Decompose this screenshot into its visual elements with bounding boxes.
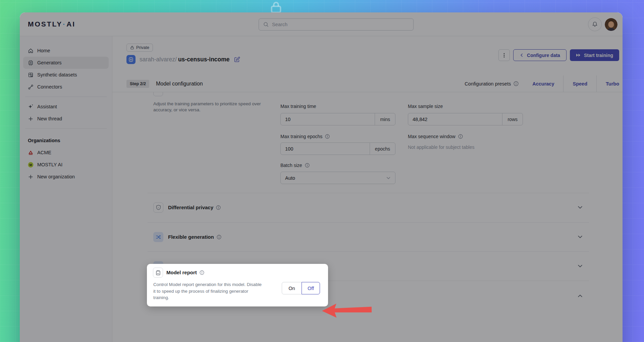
- wallpaper-lock-watermark: [268, 1, 284, 14]
- model-report-description: Control Model report generation for this…: [153, 281, 264, 301]
- model-report-clipboard-icon: [153, 268, 163, 278]
- model-report-card: Model report Control Model report genera…: [147, 264, 328, 306]
- app-window: MOSTLY·AI Search Home Generator: [20, 12, 623, 342]
- model-report-off-button[interactable]: Off: [302, 282, 320, 294]
- model-report-title-text: Model report: [166, 270, 197, 275]
- red-pointer-arrow: [321, 302, 373, 320]
- model-report-title: Model report: [166, 270, 204, 275]
- info-icon[interactable]: [200, 270, 204, 275]
- model-report-on-button[interactable]: On: [282, 282, 302, 294]
